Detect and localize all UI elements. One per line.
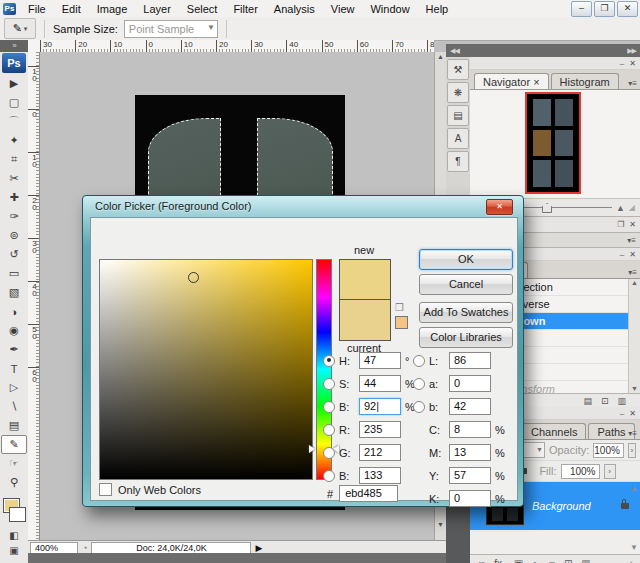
tool-button[interactable]: ∖: [0, 397, 28, 416]
value-input[interactable]: 13: [449, 444, 491, 461]
panel-menu-icon[interactable]: ▾≡: [628, 430, 637, 437]
tool-button[interactable]: ✦: [0, 131, 28, 150]
dock-panel-button[interactable]: ❋: [447, 82, 469, 103]
radio-button[interactable]: [323, 401, 335, 413]
menu-item[interactable]: View: [323, 1, 363, 17]
hex-input[interactable]: ebd485: [339, 485, 398, 502]
panel-close-icon[interactable]: ✕: [629, 59, 636, 68]
menu-item[interactable]: Analysis: [266, 1, 323, 17]
value-input[interactable]: 0: [449, 490, 491, 507]
cancel-button[interactable]: Cancel: [419, 274, 513, 295]
layer-name[interactable]: Background: [532, 500, 591, 512]
tool-button[interactable]: ✑: [0, 207, 28, 226]
scroll-down-icon[interactable]: ▼: [630, 543, 638, 552]
action-bar-icon[interactable]: ▤: [583, 396, 592, 406]
menu-item[interactable]: Layer: [135, 1, 179, 17]
value-input[interactable]: 44: [359, 375, 401, 392]
actions-scrollbar[interactable]: ▲ ▼: [628, 279, 640, 393]
restore-button[interactable]: ❐: [594, 1, 615, 17]
action-bar-icon[interactable]: ⊡: [601, 396, 609, 406]
layers-bar-icon[interactable]: ◐: [532, 558, 538, 563]
blend-mode-select[interactable]: ▼: [522, 442, 545, 458]
zoom-level-field[interactable]: 400%: [30, 542, 78, 554]
color-field-marker[interactable]: [188, 272, 199, 283]
value-input[interactable]: 8: [449, 421, 491, 438]
close-button[interactable]: ✕: [617, 1, 638, 17]
radio-button[interactable]: [323, 378, 335, 390]
ok-button[interactable]: OK: [419, 249, 513, 270]
tool-button[interactable]: ▧: [0, 283, 28, 302]
tool-button[interactable]: ◑: [0, 302, 28, 321]
layers-bar-icon[interactable]: ∞: [478, 558, 485, 563]
tab-histogram[interactable]: Histogram: [551, 73, 619, 89]
radio-button[interactable]: [413, 355, 425, 367]
value-input[interactable]: 133: [359, 467, 401, 484]
menu-item[interactable]: Window: [362, 1, 417, 17]
value-input[interactable]: 47: [359, 352, 401, 369]
dock-collapse-right-icon[interactable]: ▶▶: [627, 47, 636, 55]
panel-close-icon[interactable]: ✕: [629, 409, 636, 418]
tool-button[interactable]: ⊚: [0, 226, 28, 245]
dialog-close-button[interactable]: ✕: [486, 199, 513, 215]
radio-button[interactable]: [323, 355, 335, 367]
slider-thumb[interactable]: [542, 203, 552, 213]
menu-item[interactable]: Filter: [225, 1, 265, 17]
layers-bar-icon[interactable]: ▣: [514, 558, 523, 563]
navigator-thumbnail[interactable]: [525, 92, 581, 194]
menu-item[interactable]: Edit: [54, 1, 89, 17]
panel-close-icon[interactable]: ✕: [629, 220, 636, 229]
value-input[interactable]: 0: [449, 375, 491, 392]
only-web-colors-checkbox[interactable]: [99, 483, 112, 496]
value-input[interactable]: 57: [449, 467, 491, 484]
quick-mask-button[interactable]: ◧: [0, 528, 28, 543]
scroll-up-icon[interactable]: ▲: [630, 484, 638, 493]
panel-menu-icon[interactable]: ▾≡: [627, 236, 636, 245]
dock-panel-button[interactable]: A: [447, 128, 469, 149]
tool-button[interactable]: ⌒: [0, 112, 28, 131]
tool-button[interactable]: ▭: [0, 264, 28, 283]
tool-button[interactable]: ⚲: [0, 473, 28, 492]
panel-minimize-icon[interactable]: –: [620, 250, 624, 259]
scroll-down-icon[interactable]: ▼: [631, 385, 638, 392]
dock-panel-button[interactable]: ⚒: [447, 59, 469, 80]
layers-bar-icon[interactable]: fx.: [494, 558, 505, 563]
menu-item[interactable]: Image: [89, 1, 136, 17]
scroll-up-icon[interactable]: ▲: [631, 279, 638, 286]
radio-button[interactable]: [413, 401, 425, 413]
hue-slider-arrow-left[interactable]: [309, 445, 315, 453]
minimize-button[interactable]: –: [571, 1, 592, 17]
dock-collapse-left-icon[interactable]: ◀◀: [450, 47, 459, 55]
panel-menu-icon[interactable]: ▾≡: [628, 80, 637, 87]
tool-button[interactable]: ▢: [0, 93, 28, 112]
menu-item[interactable]: Help: [418, 1, 457, 17]
layers-bar-icon[interactable]: ▱: [547, 558, 555, 563]
scroll-up-icon[interactable]: ▲: [437, 53, 444, 60]
tool-button[interactable]: ⌗: [0, 150, 28, 169]
add-to-swatches-button[interactable]: Add To Swatches: [419, 302, 513, 323]
resize-grip-icon[interactable]: ◢: [629, 203, 635, 212]
scroll-down-icon[interactable]: ▼: [437, 521, 444, 528]
value-input[interactable]: 212: [359, 444, 401, 461]
value-input[interactable]: 92: [359, 398, 401, 415]
color-field[interactable]: [99, 259, 313, 480]
tool-button[interactable]: ▷: [0, 378, 28, 397]
radio-button[interactable]: [413, 378, 425, 390]
panel-maximize-icon[interactable]: ❐: [617, 220, 624, 229]
value-input[interactable]: 42: [449, 398, 491, 415]
gamut-warning-cube-icon[interactable]: ❒: [395, 302, 404, 313]
tool-button[interactable]: ✚: [0, 188, 28, 207]
web-safe-swatch[interactable]: [395, 316, 408, 329]
panel-menu-icon[interactable]: ▾≡: [628, 269, 637, 276]
active-tool-preview[interactable]: ✎ ▾: [4, 18, 36, 39]
status-arrow-icon[interactable]: ▶: [255, 543, 262, 553]
fill-spinner[interactable]: ›: [604, 464, 616, 479]
value-input[interactable]: 235: [359, 421, 401, 438]
sample-size-select[interactable]: Point Sample ▼: [124, 20, 218, 38]
tool-button[interactable]: T: [0, 359, 28, 378]
dock-panel-button[interactable]: ¶: [447, 151, 469, 172]
tool-button[interactable]: ◉: [0, 321, 28, 340]
screen-mode-button[interactable]: ▣: [0, 543, 28, 558]
layers-bar-icon[interactable]: ▥: [581, 558, 590, 563]
tool-button[interactable]: ▤: [0, 416, 28, 435]
radio-button[interactable]: [323, 447, 335, 459]
